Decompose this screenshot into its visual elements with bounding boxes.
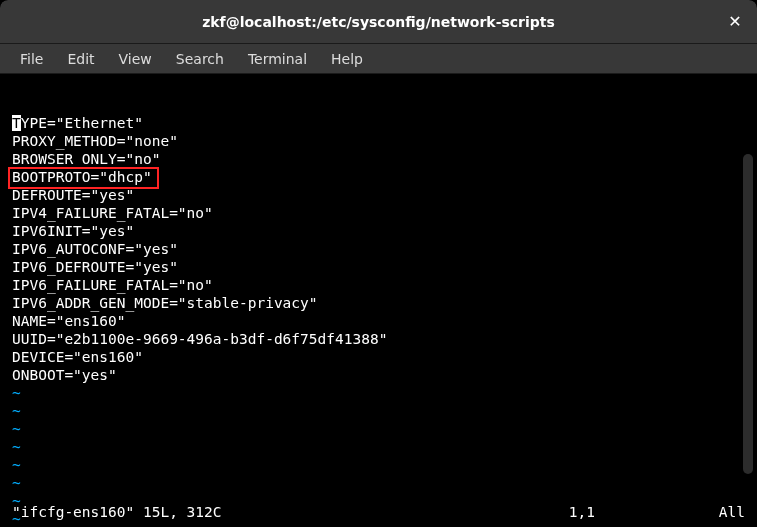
terminal-line: IPV6_FAILURE_FATAL="no" [12, 276, 755, 294]
vim-empty-line: ~ [12, 384, 755, 402]
vim-empty-line: ~ [12, 474, 755, 492]
terminal-line: IPV4_FAILURE_FATAL="no" [12, 204, 755, 222]
terminal-area[interactable]: TYPE="Ethernet"PROXY_METHOD="none"BROWSE… [0, 74, 757, 527]
terminal-line: PROXY_METHOD="none" [12, 132, 755, 150]
terminal-line: NAME="ens160" [12, 312, 755, 330]
status-scroll-indicator: All [719, 503, 745, 521]
terminal-line: IPV6INIT="yes" [12, 222, 755, 240]
terminal-line: UUID="e2b1100e-9669-496a-b3df-d6f75df413… [12, 330, 755, 348]
vim-empty-line: ~ [12, 420, 755, 438]
menubar: File Edit View Search Terminal Help [0, 44, 757, 74]
terminal-line: TYPE="Ethernet" [12, 114, 755, 132]
titlebar: zkf@localhost:/etc/sysconfig/network-scr… [0, 0, 757, 44]
close-icon[interactable]: ✕ [725, 12, 745, 32]
menu-search[interactable]: Search [164, 47, 236, 71]
menu-help[interactable]: Help [319, 47, 375, 71]
status-cursor-position: 1,1 [569, 503, 659, 521]
terminal-line: IPV6_AUTOCONF="yes" [12, 240, 755, 258]
terminal-line: BOOTPROTO="dhcp" [12, 168, 755, 186]
terminal-line: DEFROUTE="yes" [12, 186, 755, 204]
cursor: T [12, 115, 21, 131]
menu-view[interactable]: View [107, 47, 164, 71]
terminal-line: BROWSER_ONLY="no" [12, 150, 755, 168]
vim-status-line: "ifcfg-ens160" 15L, 312C 1,1 All [12, 503, 745, 521]
menu-file[interactable]: File [8, 47, 55, 71]
window-title: zkf@localhost:/etc/sysconfig/network-scr… [202, 14, 555, 30]
status-file-info: "ifcfg-ens160" 15L, 312C [12, 503, 222, 521]
terminal-line: IPV6_ADDR_GEN_MODE="stable-privacy" [12, 294, 755, 312]
menu-edit[interactable]: Edit [55, 47, 106, 71]
terminal-content: TYPE="Ethernet"PROXY_METHOD="none"BROWSE… [12, 114, 755, 527]
menu-terminal[interactable]: Terminal [236, 47, 319, 71]
scrollbar[interactable] [743, 154, 753, 474]
vim-empty-line: ~ [12, 438, 755, 456]
vim-empty-line: ~ [12, 402, 755, 420]
terminal-line: IPV6_DEFROUTE="yes" [12, 258, 755, 276]
terminal-line: ONBOOT="yes" [12, 366, 755, 384]
vim-empty-line: ~ [12, 456, 755, 474]
terminal-line: DEVICE="ens160" [12, 348, 755, 366]
